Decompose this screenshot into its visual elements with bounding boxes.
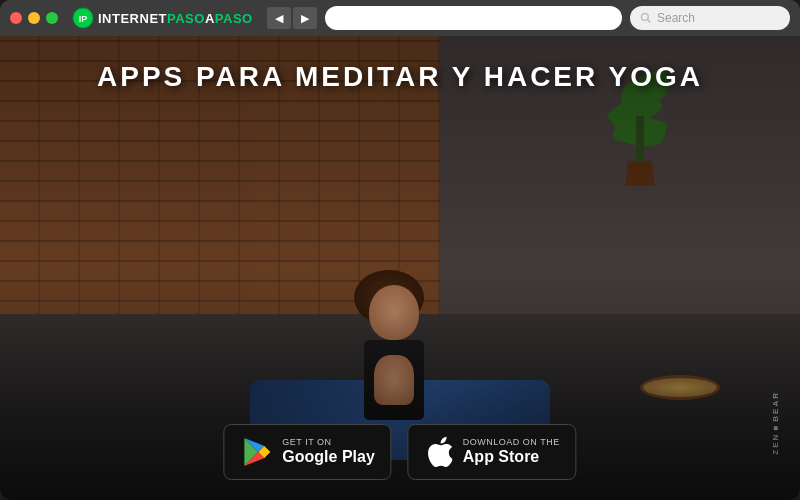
logo-icon: IP: [72, 7, 94, 29]
traffic-lights: [10, 12, 58, 24]
google-play-small-label: GET IT ON: [282, 437, 374, 447]
logo-prefix: INTERNET: [98, 11, 167, 26]
logo-suffix1: PASO: [167, 11, 205, 26]
svg-text:IP: IP: [79, 14, 88, 24]
search-placeholder: Search: [657, 11, 695, 25]
forward-button[interactable]: ▶: [293, 7, 317, 29]
app-store-large-label: App Store: [463, 447, 560, 466]
app-store-small-label: Download on the: [463, 437, 560, 447]
logo-suffix2: PASO: [215, 11, 253, 26]
address-bar[interactable]: [325, 6, 622, 30]
app-buttons-container: GET IT ON Google Play Download on the Ap…: [223, 424, 576, 480]
close-button[interactable]: [10, 12, 22, 24]
logo-sep: A: [205, 11, 215, 26]
browser-content: ZEN■BEAR APPS PARA MEDITAR Y HACER YOGA: [0, 36, 800, 500]
google-play-large-label: Google Play: [282, 447, 374, 466]
title-bar: IP INTERNETPASOAPASO ◀ ▶ Search: [0, 0, 800, 36]
google-play-text: GET IT ON Google Play: [282, 437, 374, 466]
svg-line-3: [648, 20, 651, 23]
app-store-button[interactable]: Download on the App Store: [408, 424, 577, 480]
minimize-button[interactable]: [28, 12, 40, 24]
logo-text: INTERNETPASOAPASO: [98, 11, 253, 26]
browser-window: IP INTERNETPASOAPASO ◀ ▶ Search: [0, 0, 800, 500]
maximize-button[interactable]: [46, 12, 58, 24]
back-button[interactable]: ◀: [267, 7, 291, 29]
hero-title: APPS PARA MEDITAR Y HACER YOGA: [0, 61, 800, 93]
logo: IP INTERNETPASOAPASO: [72, 7, 253, 29]
nav-buttons: ◀ ▶: [267, 7, 317, 29]
apple-icon: [425, 436, 453, 468]
search-bar[interactable]: Search: [630, 6, 790, 30]
google-play-button[interactable]: GET IT ON Google Play: [223, 424, 391, 480]
svg-point-2: [642, 14, 649, 21]
app-store-text: Download on the App Store: [463, 437, 560, 466]
search-icon: [640, 12, 652, 24]
google-play-icon: [240, 436, 272, 468]
